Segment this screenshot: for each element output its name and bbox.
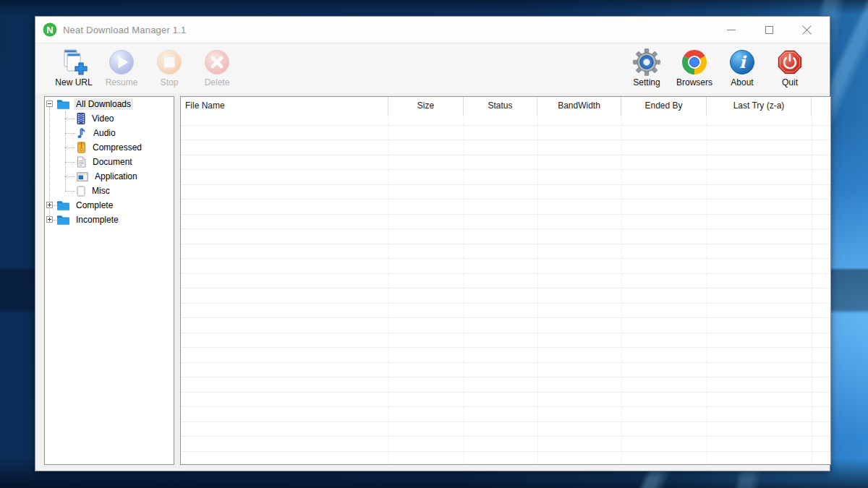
window-controls [712, 17, 825, 43]
quit-button[interactable]: Quit [766, 43, 814, 87]
downloads-list-empty [181, 116, 830, 464]
folder-icon [56, 215, 69, 225]
column-header-size[interactable]: Size [388, 97, 464, 116]
app-window: N Neat Download Manager 1.1 New URL Resu… [35, 16, 830, 471]
toolbar-button-label: Delete [205, 77, 230, 87]
content-area: All Downloads Video Audio Compressed Doc… [35, 93, 830, 471]
title-bar[interactable]: N Neat Download Manager 1.1 [35, 17, 830, 43]
maximize-button[interactable] [750, 17, 788, 43]
setting-icon [632, 47, 661, 77]
application-icon [77, 172, 88, 181]
tree-item-video[interactable]: Video [45, 111, 174, 126]
expand-icon[interactable] [46, 202, 53, 208]
toolbar-button-label: Resume [106, 77, 138, 87]
tree-item-application[interactable]: Application [45, 169, 174, 184]
setting-button[interactable]: Setting [623, 43, 671, 87]
toolbar-button-label: Setting [633, 77, 660, 87]
column-header-bandwidth[interactable]: BandWidth [537, 97, 621, 116]
toolbar-left-group: New URL Resume Stop Delete [35, 43, 241, 94]
column-header-status[interactable]: Status [464, 97, 537, 116]
tree-item-label: Document [90, 156, 135, 168]
close-icon [801, 25, 812, 35]
folder-icon [56, 99, 69, 109]
toolbar: New URL Resume Stop Delete Setting [35, 43, 830, 94]
category-tree-panel: All Downloads Video Audio Compressed Doc… [44, 96, 174, 465]
minimize-icon [727, 30, 736, 30]
tree-item-misc[interactable]: Misc [45, 184, 174, 198]
tree-item-audio[interactable]: Audio [45, 126, 174, 140]
toolbar-button-label: Stop [161, 77, 179, 87]
resume-button: Resume [98, 43, 145, 87]
about-icon: i [728, 47, 757, 77]
about-button[interactable]: i About [718, 43, 766, 87]
app-logo-icon: N [43, 22, 57, 37]
tree-item-label: Video [90, 113, 116, 124]
expand-icon[interactable] [46, 216, 53, 223]
toolbar-button-label: About [731, 77, 753, 87]
delete-icon [203, 47, 231, 77]
maximize-icon [765, 26, 773, 34]
toolbar-button-label: Quit [782, 77, 798, 87]
folder-icon [56, 200, 69, 210]
svg-text:N: N [46, 25, 53, 35]
stop-icon [155, 47, 184, 77]
stop-button: Stop [145, 43, 193, 87]
document-icon [77, 156, 86, 168]
video-icon [77, 113, 85, 124]
tree-item-label: All Downloads [74, 98, 133, 110]
column-header-file-name[interactable]: File Name [181, 97, 388, 116]
audio-icon [77, 127, 87, 139]
column-header-last-try-z-a[interactable]: Last Try (z-a) [707, 97, 812, 116]
tree-item-label: Misc [90, 185, 112, 197]
downloads-panel: File NameSizeStatusBandWidthEnded ByLast… [180, 96, 831, 465]
browsers-icon [680, 47, 709, 77]
tree-item-label: Audio [91, 127, 118, 139]
new-url-icon [59, 47, 88, 77]
compressed-icon [77, 142, 86, 153]
new-url-button[interactable]: New URL [50, 43, 98, 87]
toolbar-button-label: Browsers [676, 77, 712, 87]
toolbar-right-group: Setting Browsers i About Quit [623, 43, 830, 94]
tree-item-label: Complete [74, 200, 115, 211]
misc-icon [77, 186, 85, 197]
tree-item-all-downloads[interactable]: All Downloads [45, 97, 174, 111]
column-header-ended-by[interactable]: Ended By [621, 97, 707, 116]
browsers-button[interactable]: Browsers [671, 43, 718, 87]
delete-button: Delete [193, 43, 241, 87]
tree-item-incomplete[interactable]: Incomplete [45, 213, 174, 227]
tree-item-complete[interactable]: Complete [45, 198, 174, 213]
tree-item-label: Compressed [90, 142, 144, 153]
tree-item-label: Incomplete [74, 214, 121, 226]
downloads-table-header: File NameSizeStatusBandWidthEnded ByLast… [181, 97, 830, 116]
close-button[interactable] [788, 17, 825, 43]
tree-item-document[interactable]: Document [45, 155, 174, 169]
window-title: Neat Download Manager 1.1 [63, 25, 187, 35]
tree-item-label: Application [93, 171, 140, 182]
collapse-icon[interactable] [46, 100, 53, 107]
resume-icon [107, 47, 136, 77]
quit-icon [775, 47, 804, 77]
column-header-filler [812, 97, 830, 116]
toolbar-button-label: New URL [55, 77, 92, 87]
desktop-background: N Neat Download Manager 1.1 New URL Resu… [0, 0, 868, 488]
tree-item-compressed[interactable]: Compressed [45, 140, 174, 155]
minimize-button[interactable] [712, 17, 750, 43]
